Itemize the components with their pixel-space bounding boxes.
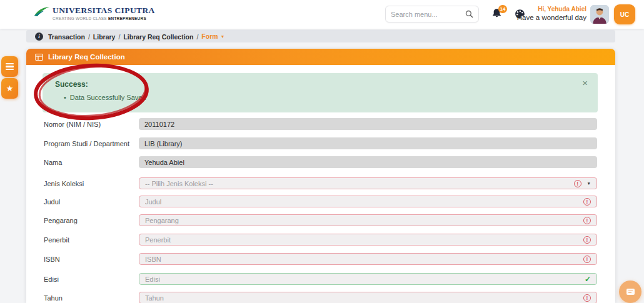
field-label-program-studi-department: Program Studi / Department <box>44 140 129 147</box>
brand-name: UNIVERSITAS CIPUTRA <box>53 6 155 16</box>
check-icon: ✓ <box>585 276 591 283</box>
sidebar-menu-toggle[interactable] <box>1 56 18 77</box>
chevron-down-icon: ▼ <box>587 181 591 186</box>
field-label-isbn: ISBN <box>44 256 60 263</box>
input-penerbit[interactable]: Penerbit! <box>139 234 597 246</box>
page: UNIVERSITAS CIPUTRA CREATING WORLD CLASS… <box>0 0 644 303</box>
field-label-tahun: Tahun <box>44 294 63 302</box>
search-input[interactable] <box>391 11 465 18</box>
warning-icon: ! <box>574 180 581 187</box>
field-label-penerbit: Penerbit <box>44 236 69 244</box>
breadcrumb-current[interactable]: Form▼ <box>201 32 224 40</box>
user-avatar[interactable] <box>590 5 609 24</box>
input-edisi[interactable]: Edisi✓ <box>139 273 597 285</box>
hamburger-icon <box>6 63 14 71</box>
top-navbar: UNIVERSITAS CIPUTRA CREATING WORLD CLASS… <box>0 0 644 29</box>
brand-tagline: CREATING WORLD CLASS ENTREPRENEURS <box>53 16 155 21</box>
input-tahun[interactable]: Tahun! <box>139 292 597 303</box>
logo-swoosh-icon <box>34 6 50 21</box>
warning-icon: ! <box>583 294 591 302</box>
field-label-jenis-koleksi: Jenis Koleksi <box>44 180 84 187</box>
search-icon <box>465 10 473 18</box>
warning-icon: ! <box>583 217 591 224</box>
input-nomor-nim-nis-: 20110172 <box>139 118 597 130</box>
warning-icon: ! <box>583 236 591 244</box>
avatar-photo <box>590 5 609 24</box>
input-judul[interactable]: Judul! <box>139 196 597 207</box>
breadcrumb-separator: / <box>88 33 90 41</box>
field-placeholder: Pengarang <box>145 217 583 224</box>
panel-title: Library Req Collection <box>48 53 125 61</box>
field-value: Yehuda Abiel <box>144 159 591 166</box>
alert-title: Success: <box>55 80 88 89</box>
field-label-edisi: Edisi <box>44 276 59 283</box>
user-greeting: Hi, Yehuda Abiel Have a wonderful day <box>500 6 586 21</box>
field-placeholder: ISBN <box>145 256 583 263</box>
breadcrumb-separator: / <box>196 33 198 41</box>
input-isbn[interactable]: ISBN! <box>139 253 597 265</box>
info-icon: i <box>35 32 43 41</box>
warning-icon: ! <box>583 198 591 206</box>
field-label-nomor-nim-nis-: Nomor (NIM / NIS) <box>44 121 101 128</box>
field-value: 20110172 <box>144 121 591 128</box>
field-placeholder: Tahun <box>145 294 583 302</box>
breadcrumb-item-transaction[interactable]: Transaction <box>48 33 85 41</box>
select-jenis-koleksi[interactable]: -- Pilih Jenis Koleksi --!▼ <box>139 177 597 189</box>
chat-fab-button[interactable] <box>619 281 641 303</box>
field-placeholder: Penerbit <box>145 236 583 244</box>
breadcrumb: i Transaction/Library/Library Req Collec… <box>26 30 615 42</box>
field-placeholder: Judul <box>145 198 583 206</box>
field-label-pengarang: Pengarang <box>44 217 78 224</box>
field-label-judul: Judul <box>44 198 60 206</box>
breadcrumb-separator: / <box>118 33 120 41</box>
input-pengarang[interactable]: Pengarang! <box>139 214 597 226</box>
field-label-nama: Nama <box>44 159 62 166</box>
field-placeholder: Edisi <box>145 276 585 283</box>
field-value: LIB (Library) <box>144 140 591 147</box>
message-icon <box>626 288 635 296</box>
success-alert: Success: •Data Successfully Saved × <box>43 73 598 112</box>
search-menu-box[interactable] <box>385 6 479 22</box>
alert-message: •Data Successfully Saved <box>64 94 146 101</box>
star-icon: ★ <box>6 84 14 92</box>
input-program-studi-department: LIB (Library) <box>139 137 597 149</box>
chevron-down-icon: ▼ <box>221 34 225 39</box>
greeting-subtitle: Have a wonderful day <box>500 14 586 21</box>
breadcrumb-item-library[interactable]: Library <box>93 33 116 41</box>
breadcrumb-item-library-req-collection[interactable]: Library Req Collection <box>123 33 193 41</box>
favorites-button[interactable]: ★ <box>1 78 18 99</box>
field-placeholder: -- Pilih Jenis Koleksi -- <box>145 180 574 187</box>
university-logo[interactable]: UNIVERSITAS CIPUTRA CREATING WORLD CLASS… <box>34 6 155 21</box>
table-icon <box>35 53 43 61</box>
panel-header: Library Req Collection <box>26 49 615 65</box>
org-badge[interactable]: UC <box>614 4 635 24</box>
input-nama: Yehuda Abiel <box>139 156 597 168</box>
greeting-title: Hi, Yehuda Abiel <box>500 6 586 12</box>
alert-close-button[interactable]: × <box>582 78 588 87</box>
warning-icon: ! <box>583 256 591 263</box>
